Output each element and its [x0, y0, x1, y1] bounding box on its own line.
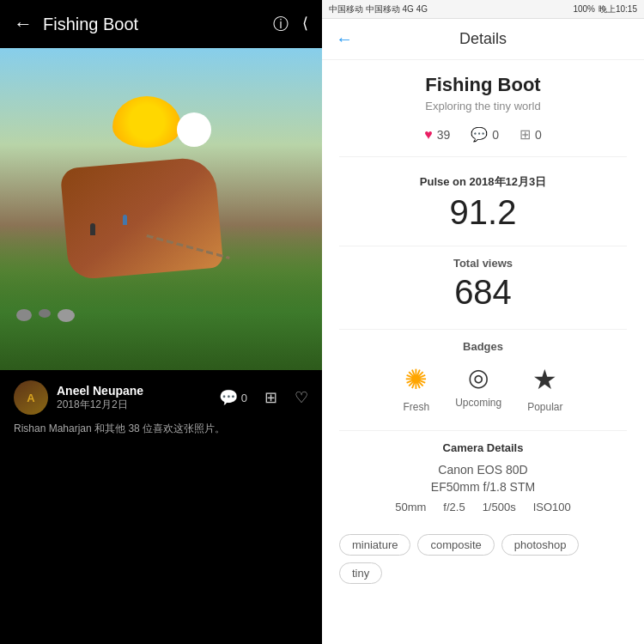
status-left: 中国移动 中国移动 4G 4G	[329, 3, 428, 15]
comment-bubble-icon: 💬	[471, 126, 488, 143]
rock-1	[16, 309, 32, 321]
popular-icon: ★	[532, 363, 557, 396]
left-panel: ← Fishing Boot ⓘ ⟨	[0, 0, 322, 644]
bookmarks-count: 0	[535, 128, 542, 142]
shutter-speed: 1/500s	[483, 501, 516, 513]
user-name: Aneel Neupane	[57, 384, 210, 398]
battery-info: 100%	[573, 4, 595, 14]
photo-container	[0, 48, 322, 370]
carrier-info: 中国移动 中国移动 4G 4G	[329, 3, 428, 15]
details-photo-subtitle: Exploring the tiny world	[339, 100, 627, 112]
share-icon[interactable]: ⟨	[302, 14, 308, 34]
info-icon[interactable]: ⓘ	[273, 14, 289, 34]
status-right: 100% 晚上10:15	[573, 3, 637, 15]
camera-specs: 50mm f/2.5 1/500s ISO100	[339, 501, 627, 513]
time-display: 晚上10:15	[598, 3, 637, 15]
tag-composite[interactable]: composite	[417, 534, 494, 556]
fresh-label: Fresh	[403, 401, 429, 413]
details-title: Details	[363, 30, 603, 48]
fresh-icon: ✺	[404, 363, 428, 396]
bottom-info: A Aneel Neupane 2018年12月2日 💬 0 ⊞ ♡ R	[0, 370, 322, 644]
details-content: Fishing Boot Exploring the tiny world ♥ …	[322, 60, 644, 644]
left-title: Fishing Boot	[43, 15, 273, 34]
camera-model: Canon EOS 80D	[339, 463, 627, 477]
tag-miniature[interactable]: miniature	[339, 534, 410, 556]
divider-2	[339, 329, 627, 330]
figure-1	[90, 223, 95, 235]
pulse-value: 91.2	[339, 193, 627, 232]
badges-row: ✺ Fresh ◎ Upcoming ★ Popular	[339, 363, 627, 413]
tags-section: miniature composite photoshop tiny	[339, 527, 627, 584]
comment-action[interactable]: 💬 0	[219, 388, 247, 407]
popular-label: Popular	[527, 401, 562, 413]
bookmark-action[interactable]: ⊞	[264, 388, 277, 407]
likes-count: 39	[437, 128, 451, 142]
likes-stat: ♥ 39	[424, 126, 450, 143]
tag-tiny[interactable]: tiny	[339, 562, 382, 584]
bookmark-icon: ⊞	[264, 388, 277, 407]
badge-fresh: ✺ Fresh	[403, 363, 429, 413]
comment-icon: 💬	[219, 388, 238, 407]
right-panel: 中国移动 中国移动 4G 4G 100% 晚上10:15 ← Details F…	[322, 0, 644, 644]
status-bar: 中国移动 中国移动 4G 4G 100% 晚上10:15	[322, 0, 644, 19]
rock-3	[58, 309, 75, 322]
flower-white	[177, 112, 211, 147]
back-button[interactable]: ←	[14, 13, 33, 35]
upcoming-icon: ◎	[468, 363, 489, 392]
user-date: 2018年12月2日	[57, 398, 210, 412]
heart-icon: ♡	[295, 388, 308, 407]
views-value: 684	[339, 273, 627, 312]
badges-title: Badges	[339, 340, 627, 353]
badge-upcoming: ◎ Upcoming	[455, 363, 501, 413]
divider-3	[339, 430, 627, 431]
divider-1	[339, 246, 627, 246]
comment-count: 0	[241, 392, 247, 404]
add-bookmark-icon: ⊞	[519, 126, 531, 143]
right-header: ← Details	[322, 19, 644, 60]
rock-2	[39, 309, 51, 318]
tag-photoshop[interactable]: photoshop	[501, 534, 580, 556]
like-action[interactable]: ♡	[295, 388, 308, 407]
bookmarks-stat: ⊞ 0	[519, 126, 542, 143]
upcoming-label: Upcoming	[455, 397, 501, 409]
comments-count: 0	[492, 128, 499, 142]
rocks	[16, 309, 75, 322]
focal-length: 50mm	[395, 501, 426, 513]
pulse-date: Pulse on 2018年12月3日	[339, 174, 627, 190]
heart-filled-icon: ♥	[424, 127, 433, 143]
stats-row: ♥ 39 💬 0 ⊞ 0	[339, 126, 627, 157]
details-photo-title: Fishing Boot	[339, 74, 627, 96]
views-label: Total views	[339, 257, 627, 270]
iso: ISO100	[533, 501, 571, 513]
comments-stat: 💬 0	[471, 126, 499, 143]
avatar-inner: A	[14, 380, 48, 415]
bottom-actions: 💬 0 ⊞ ♡	[219, 388, 308, 407]
left-header: ← Fishing Boot ⓘ ⟨	[0, 0, 322, 48]
details-back-button[interactable]: ←	[336, 29, 353, 49]
camera-title: Camera Details	[339, 441, 627, 454]
avatar: A	[14, 380, 48, 415]
photo-scene	[0, 48, 322, 370]
camera-lens: EF50mm f/1.8 STM	[339, 480, 627, 494]
user-info: Aneel Neupane 2018年12月2日	[57, 384, 210, 412]
followers-text: Rishan Maharjan 和其他 38 位喜欢这张照片。	[14, 422, 308, 436]
figure-2	[123, 215, 127, 225]
header-icons: ⓘ ⟨	[273, 14, 308, 34]
aperture: f/2.5	[443, 501, 465, 513]
badges-section: Badges ✺ Fresh ◎ Upcoming ★ Popular	[339, 340, 627, 413]
badge-popular: ★ Popular	[527, 363, 562, 413]
boot-shape	[60, 155, 224, 280]
user-row: A Aneel Neupane 2018年12月2日 💬 0 ⊞ ♡	[14, 380, 308, 415]
camera-section: Camera Details Canon EOS 80D EF50mm f/1.…	[339, 441, 627, 513]
